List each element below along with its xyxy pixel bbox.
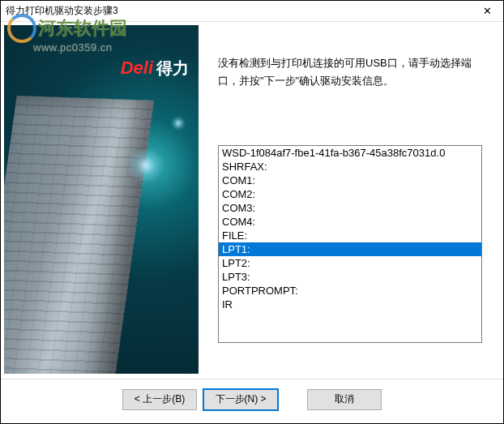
lens-flare-small-icon [171,116,186,131]
port-item[interactable]: IR [219,298,481,311]
cancel-button[interactable]: 取消 [307,389,382,410]
brand-logo: Deli得力 [121,58,189,79]
next-button[interactable]: 下一步(N) > [203,389,278,410]
content-area: Deli得力 没有检测到与打印机连接的可用USB口，请手动选择端口，并按"下一步… [1,22,503,379]
window-title: 得力打印机驱动安装步骤3 [6,4,118,18]
lens-flare-icon [127,147,164,184]
port-item[interactable]: COM3: [219,201,481,215]
close-button[interactable]: ✕ [471,1,503,22]
port-listbox[interactable]: WSD-1f084af7-fbe1-41fa-b367-45a38fc7031d… [218,145,482,343]
button-bar: < 上一步(B) 下一步(N) > 取消 [1,379,503,419]
port-item[interactable]: COM4: [219,215,481,229]
port-item[interactable]: SHRFAX: [219,160,481,173]
port-item[interactable]: LPT3: [219,270,481,284]
building-graphic [4,96,154,374]
brand-cn: 得力 [156,59,189,77]
close-icon: ✕ [483,5,492,17]
port-item[interactable]: COM1: [219,173,481,187]
main-panel: 没有检测到与打印机连接的可用USB口，请手动选择端口，并按"下一步"确认驱动安装… [199,25,500,379]
port-item[interactable]: FILE: [219,229,481,242]
brand-en: Deli [121,58,153,78]
port-item[interactable]: PORTPROMPT: [219,284,481,298]
back-button[interactable]: < 上一步(B) [122,389,197,410]
port-item[interactable]: LPT1: [219,242,481,256]
port-item[interactable]: WSD-1f084af7-fbe1-41fa-b367-45a38fc7031d… [219,146,481,160]
sidebar-brand-image: Deli得力 [4,25,199,374]
instruction-text: 没有检测到与打印机连接的可用USB口，请手动选择端口，并按"下一步"确认驱动安装… [218,54,482,90]
port-item[interactable]: COM2: [219,187,481,201]
titlebar: 得力打印机驱动安装步骤3 ✕ [1,1,503,22]
port-item[interactable]: LPT2: [219,256,481,270]
